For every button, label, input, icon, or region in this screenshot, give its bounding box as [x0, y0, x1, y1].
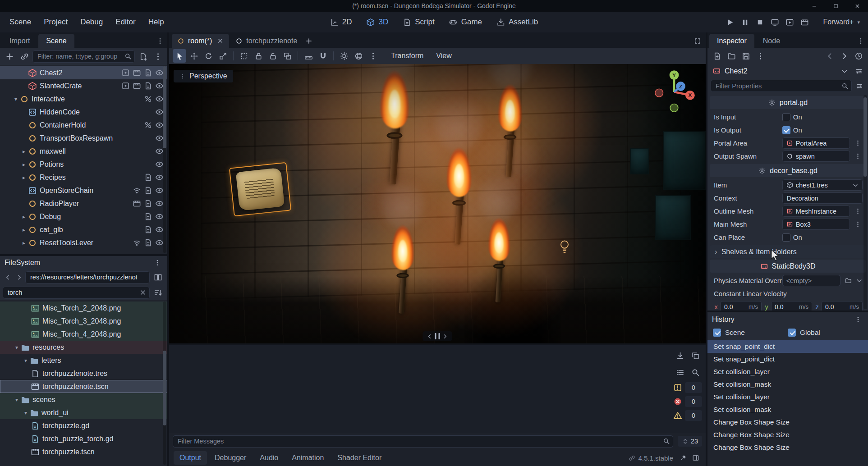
workspace-assetlib[interactable]: AssetLib	[491, 15, 544, 29]
expand-viewport-button[interactable]	[692, 36, 703, 46]
history-item[interactable]: Set snap_point_dict	[707, 340, 868, 353]
panel-icon[interactable]	[121, 82, 130, 90]
dock-options-button[interactable]	[155, 36, 165, 46]
group-shelves-item-holders[interactable]: › Shelves & Item Holders	[710, 245, 866, 258]
scene-filter-input[interactable]	[32, 50, 135, 63]
history-item[interactable]: Set collision_mask	[707, 403, 868, 416]
signal-icon[interactable]	[133, 186, 141, 195]
main-mesh-value[interactable]: Box3	[782, 219, 850, 230]
unlock-tool-button[interactable]	[266, 49, 280, 63]
tree-arrow-icon[interactable]: ▸	[20, 214, 28, 220]
menu-editor[interactable]: Editor	[110, 14, 141, 30]
filesystem-search-input[interactable]	[3, 287, 150, 299]
scene-tree-item-potions[interactable]: ▸ Potions	[0, 158, 167, 171]
copy-log-button[interactable]	[689, 349, 702, 362]
split-filesystem-button[interactable]	[151, 270, 165, 284]
signal-icon[interactable]	[133, 238, 141, 247]
dock-tab-node[interactable]: Node	[755, 34, 788, 48]
resource-options-button[interactable]	[753, 49, 767, 63]
snap-tool-button[interactable]	[316, 49, 330, 63]
global-checkbox[interactable]	[788, 329, 796, 337]
file-item-letters[interactable]: ▾ letters	[0, 354, 167, 367]
axis-input[interactable]: 0.0 m/s	[771, 301, 812, 311]
lock-tool-button[interactable]	[252, 49, 265, 63]
history-forward-button[interactable]	[14, 272, 24, 282]
inspected-node-row[interactable]: Chest2	[707, 64, 868, 78]
tree-arrow-icon[interactable]: ▸	[20, 240, 28, 246]
tree-arrow-icon[interactable]: ▸	[20, 227, 28, 233]
scene-tree-item-containerhold[interactable]: ContainerHold	[0, 119, 167, 132]
history-item[interactable]: Change Box Shape Size	[707, 416, 868, 429]
tree-arrow-icon[interactable]: ▾	[22, 410, 30, 416]
file-item-misc-torch-3-2048-png[interactable]: Misc_Torch_3_2048.png	[0, 315, 167, 328]
dock-options-button[interactable]	[855, 36, 866, 46]
workspace-3d[interactable]: 3D	[361, 15, 395, 29]
file-item-scenes[interactable]: ▾ scenes	[0, 393, 167, 406]
tree-arrow-icon[interactable]: ▾	[12, 96, 20, 102]
scene-tab-torchpuzzlenote[interactable]: torchpuzzlenote	[230, 34, 303, 48]
warnings-toggle[interactable]: 0	[673, 410, 702, 421]
perspective-menu[interactable]: Perspective	[174, 70, 233, 82]
dock-tab-inspector[interactable]: Inspector	[709, 34, 754, 48]
history-back-button[interactable]	[3, 272, 13, 282]
history-filter-scene[interactable]: Scene	[713, 329, 788, 337]
workspace-game[interactable]: Game	[443, 15, 488, 29]
scene-tree-item-transportboxrespawn[interactable]: TransportBoxRespawn	[0, 132, 167, 145]
save-log-button[interactable]	[673, 349, 687, 362]
inspector-back-button[interactable]	[823, 49, 836, 63]
close-tab-icon[interactable]	[217, 37, 224, 44]
movie-maker-button[interactable]	[798, 15, 811, 29]
new-resource-button[interactable]	[710, 49, 724, 63]
new-scene-tab-button[interactable]	[303, 36, 314, 46]
load-resource-button[interactable]	[725, 49, 738, 63]
rotate-tool-button[interactable]	[202, 49, 215, 63]
script-icon[interactable]	[144, 186, 152, 195]
maximize-button[interactable]	[825, 0, 846, 12]
messages-toggle[interactable]: 0	[673, 382, 702, 393]
pin-output-button[interactable]	[678, 452, 689, 463]
tree-arrow-icon[interactable]: ▸	[20, 161, 28, 168]
history-item[interactable]: Change Box Shape Size	[707, 429, 868, 441]
history-item[interactable]: Set snap_point_dict	[707, 353, 868, 365]
scene-tree-item-cat-glb[interactable]: ▸ cat_glb	[0, 223, 167, 236]
movie-icon[interactable]	[133, 69, 141, 77]
version-link-icon[interactable]	[629, 455, 635, 461]
scene-tree-item-recipes[interactable]: ▸ Recipes	[0, 171, 167, 184]
dock-tab-scene[interactable]: Scene	[38, 34, 74, 48]
scene-tree-menu-button[interactable]	[151, 50, 165, 63]
collapse-duplicates-button[interactable]	[673, 365, 687, 379]
script-icon[interactable]	[144, 225, 152, 234]
save-resource-button[interactable]	[739, 49, 753, 63]
scene-tree-item-debug[interactable]: ▸ Debug	[0, 210, 167, 223]
scene-tree-item-maxwell[interactable]: ▸ maxwell	[0, 145, 167, 158]
scene-tree-item-interactive[interactable]: ▾ Interactive	[0, 92, 167, 105]
movie-icon[interactable]	[133, 82, 141, 90]
script-icon[interactable]	[144, 238, 152, 247]
object-history-button[interactable]	[852, 49, 865, 63]
scene-tree-item-slantedcrate[interactable]: SlantedCrate	[0, 79, 167, 92]
tree-arrow-icon[interactable]: ▸	[20, 174, 28, 181]
stop-button[interactable]	[753, 15, 767, 29]
search-log-button[interactable]	[689, 365, 702, 379]
play-remote-button[interactable]	[768, 15, 781, 29]
percent-icon[interactable]	[144, 121, 152, 129]
file-item-torchpuzzlenote-tscn[interactable]: torchpuzzlenote.tscn	[0, 380, 167, 393]
scene-tree-item-hiddencode[interactable]: HiddenCode	[0, 105, 167, 119]
bottom-tab-audio[interactable]: Audio	[254, 451, 284, 465]
add-node-button[interactable]	[3, 50, 16, 63]
property-filter-input[interactable]	[711, 80, 852, 92]
dock-tab-import[interactable]: Import	[2, 34, 37, 48]
node-dropdown-button[interactable]	[839, 66, 850, 77]
history-item[interactable]: Set collision_layer	[707, 391, 868, 403]
script-icon[interactable]	[144, 173, 152, 182]
bottom-tab-debugger[interactable]: Debugger	[209, 451, 252, 465]
script-icon[interactable]	[144, 212, 152, 221]
renderer-select[interactable]: Forward+ ▾	[818, 16, 864, 28]
inspector-scrollbar[interactable]	[863, 95, 867, 309]
scene-tab-room[interactable]: room(*)	[172, 34, 229, 48]
item-value[interactable]: chest1.tres	[782, 179, 863, 191]
bottom-tab-animation[interactable]: Animation	[286, 451, 330, 465]
section-portal-gd[interactable]: portal.gd	[710, 96, 866, 109]
portal-area-value[interactable]: PortalArea	[782, 137, 850, 149]
menu-help[interactable]: Help	[142, 14, 170, 30]
